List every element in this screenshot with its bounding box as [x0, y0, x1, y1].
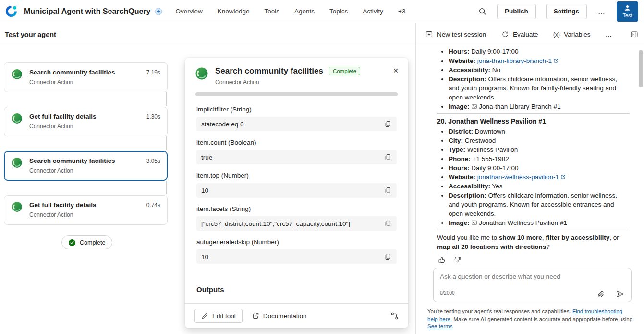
copy-icon[interactable]: [380, 120, 392, 128]
settings-button[interactable]: Settings: [546, 4, 587, 19]
attach-icon[interactable]: [597, 290, 605, 298]
edit-tool-button[interactable]: Edit tool: [194, 309, 243, 323]
field-value-box[interactable]: ["crc57_district,count:10","crc57_capaci…: [196, 216, 397, 231]
copy-icon[interactable]: [380, 220, 392, 227]
add-icon: [425, 30, 433, 38]
thumbs-down-icon[interactable]: [453, 256, 462, 264]
nav-tab-activity[interactable]: Activity: [363, 6, 383, 17]
field-value-box[interactable]: 10: [196, 249, 397, 264]
variables-icon: {x}: [553, 31, 560, 38]
evaluate-button[interactable]: Evaluate: [501, 30, 538, 38]
detail-subtitle: Connector Action: [215, 79, 360, 86]
run-status-pill[interactable]: Complete: [61, 235, 112, 249]
test-button[interactable]: Test: [617, 1, 638, 22]
input-field: implicitfilter (String)statecode eq 0: [196, 106, 397, 131]
broken-image-icon: Jona-than Library Branch #1: [471, 103, 560, 110]
input-field: item.top (Number)10: [196, 172, 397, 198]
close-icon[interactable]: ✕: [393, 67, 399, 74]
edit-tool-label: Edit tool: [212, 312, 236, 320]
field-value-box[interactable]: 10: [196, 183, 397, 198]
chat-input[interactable]: [440, 273, 620, 285]
nav-tab-tools[interactable]: Tools: [265, 6, 280, 17]
evaluate-label: Evaluate: [513, 31, 538, 38]
detail-footer: Edit tool Documentation: [185, 303, 408, 328]
step-duration: 7.19s: [146, 68, 160, 76]
variables-button[interactable]: {x} Variables: [553, 31, 591, 38]
website-link[interactable]: jona-than-library-branch-1: [477, 57, 559, 64]
website-link[interactable]: jonathan-wellness-pavilion-1: [477, 173, 566, 181]
field-value: statecode eq 0: [201, 121, 244, 128]
field-label: item.facets (String): [196, 205, 397, 212]
nav-tab-knowledge[interactable]: Knowledge: [218, 6, 250, 17]
step-duration: 1.30s: [146, 112, 160, 120]
evaluate-icon: [501, 30, 509, 38]
copy-icon[interactable]: [380, 253, 392, 260]
header-more-button[interactable]: …: [597, 7, 607, 15]
step-title: Get full facility details: [29, 113, 97, 120]
thumbs-up-icon[interactable]: [438, 256, 446, 264]
field-value-box[interactable]: statecode eq 0: [196, 117, 397, 131]
facility-attribute: Image: Jona-than Library Branch #1: [449, 102, 630, 111]
pencil-icon: [201, 312, 208, 320]
disclaimer-link[interactable]: See terms: [427, 323, 452, 329]
facility-attribute: Hours: Daily 9:00-17:00: [449, 47, 630, 56]
app-logo-icon[interactable]: [5, 5, 18, 18]
open-panel-icon[interactable]: [630, 30, 638, 38]
step-type: Connector Action: [29, 123, 97, 130]
step-type: Connector Action: [29, 211, 97, 218]
publish-button[interactable]: Publish: [497, 4, 536, 19]
nav-tab-3[interactable]: +3: [398, 6, 405, 17]
detail-fields: implicitfilter (String)statecode eq 0ite…: [185, 96, 408, 285]
facility-attribute: City: Crestwood: [449, 136, 630, 145]
documentation-label: Documentation: [263, 312, 307, 320]
nav-tab-overview[interactable]: Overview: [175, 6, 202, 17]
field-value: 10: [201, 187, 208, 194]
timeline-step-card[interactable]: Search community facilitiesConnector Act…: [4, 151, 168, 181]
new-test-session-label: New test session: [437, 31, 486, 38]
broken-image-icon: Jonathan Wellness Pavilion #1: [471, 219, 567, 226]
new-test-session-button[interactable]: New test session: [425, 30, 486, 38]
connector-icon: [11, 201, 23, 213]
main-area: Test your agent Search community facilit…: [0, 23, 644, 334]
timeline-step-card[interactable]: Search community facilitiesConnector Act…: [4, 62, 168, 92]
field-value: 10: [201, 253, 208, 260]
copy-icon[interactable]: [380, 153, 392, 161]
step-duration: 3.05s: [146, 157, 160, 164]
send-icon[interactable]: [616, 290, 624, 298]
run-status-label: Complete: [80, 239, 106, 246]
chat-scrollbar[interactable]: [639, 50, 643, 87]
chat-more-button[interactable]: …: [605, 31, 612, 38]
test-chat-panel: New test session Evaluate {x} Variables …: [416, 23, 644, 334]
search-icon[interactable]: [478, 7, 487, 16]
facility-attribute: Accessibility: No: [449, 65, 630, 74]
timeline-step-card[interactable]: Get full facility detailsConnector Actio…: [4, 107, 168, 136]
flow-icon[interactable]: [390, 312, 399, 320]
status-badge: Complete: [329, 67, 360, 75]
documentation-link[interactable]: Documentation: [252, 312, 307, 320]
nav-tab-agents[interactable]: Agents: [294, 6, 315, 17]
nav-tabs: OverviewKnowledgeToolsAgentsTopicsActivi…: [175, 6, 405, 17]
field-label: autugeneratedskip (Number): [196, 238, 397, 246]
detail-header: Search community facilities Complete Con…: [185, 58, 408, 86]
copy-icon[interactable]: [380, 186, 392, 194]
detail-title: Search community facilities: [215, 66, 323, 76]
input-field: item.count (Boolean)true: [196, 139, 397, 164]
timeline-step-card[interactable]: Get full facility detailsConnector Actio…: [4, 195, 168, 225]
facility-attribute: Image: Jonathan Wellness Pavilion #1: [449, 218, 630, 227]
list-divider: [437, 230, 630, 230]
facility-attribute: Description: Offers childcare informatio…: [449, 74, 630, 102]
field-value-box[interactable]: true: [196, 150, 397, 164]
variables-label: Variables: [564, 31, 590, 38]
facility-attribute: Accessibility: Yes: [449, 182, 630, 191]
chat-input-box[interactable]: 0/2000: [433, 268, 632, 302]
agent-badge-icon: [155, 8, 162, 15]
nav-tab-topics[interactable]: Topics: [329, 6, 348, 17]
horizontal-scrollbar[interactable]: [195, 92, 398, 96]
test-workspace: Test your agent Search community facilit…: [0, 23, 416, 334]
facility-list-1: Hours: Daily 9:00-17:00Website: jona-tha…: [437, 47, 630, 111]
assistant-question: Would you like me to show 10 more, filte…: [437, 233, 630, 251]
list-divider: [437, 113, 630, 114]
chat-toolbar: New test session Evaluate {x} Variables …: [416, 23, 644, 46]
field-label: implicitfilter (String): [196, 106, 397, 113]
facility-attribute: Description: Offers childcare informatio…: [449, 191, 630, 218]
